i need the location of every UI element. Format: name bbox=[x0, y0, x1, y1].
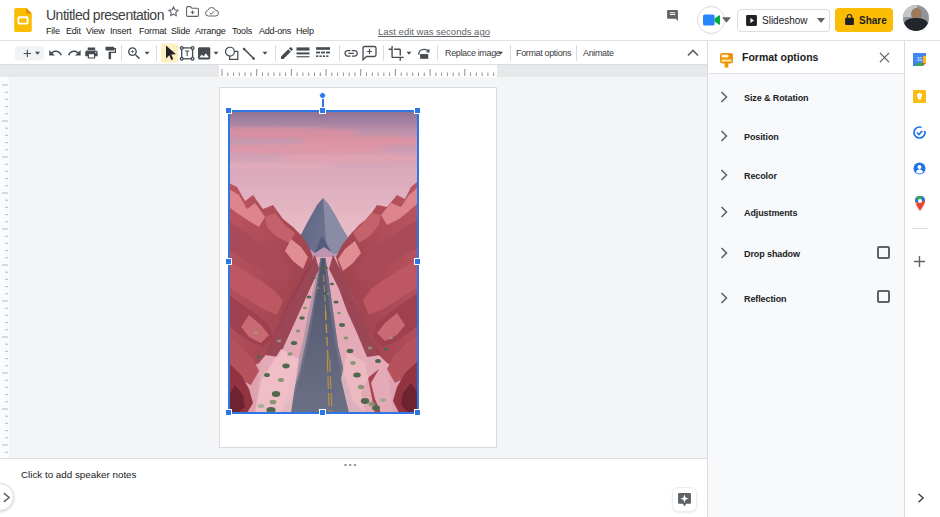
svg-text:Animate: Animate bbox=[583, 48, 614, 58]
svg-text:Format options: Format options bbox=[516, 48, 572, 58]
svg-text:31: 31 bbox=[917, 56, 923, 62]
svg-text:Replace image: Replace image bbox=[445, 48, 501, 58]
